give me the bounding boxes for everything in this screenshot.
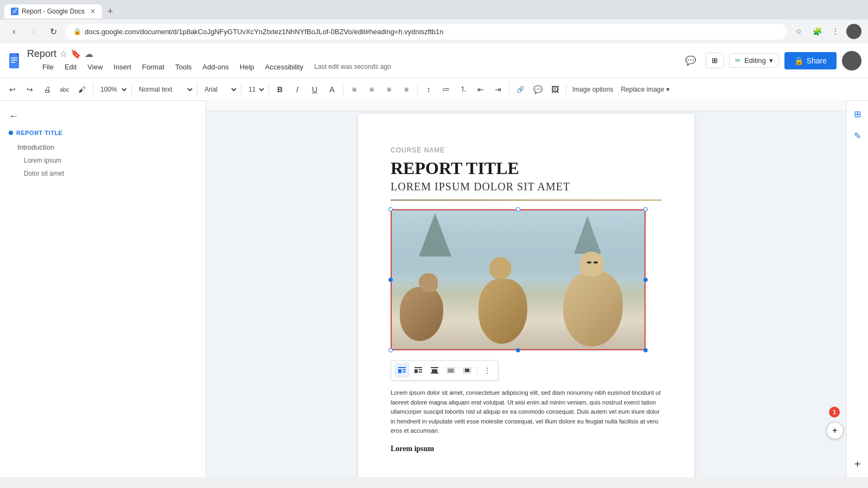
report-subtitle-text[interactable]: LOREM IPSUM DOLOR SIT AMET <box>391 181 662 193</box>
star-icon[interactable]: ☆ <box>60 49 67 59</box>
handle-left-center[interactable] <box>388 278 393 282</box>
lock-icon: 🔒 <box>73 28 81 35</box>
sidebar-report-title[interactable]: REPORT TITLE <box>0 125 206 140</box>
img-behind-text-button[interactable] <box>443 363 458 378</box>
menu-accessibility[interactable]: Accessibility <box>261 61 308 73</box>
img-more-options-button[interactable]: ⋮ <box>480 363 495 378</box>
img-inline-button[interactable] <box>394 363 410 378</box>
menu-insert[interactable]: Insert <box>109 61 136 73</box>
separator-2 <box>131 83 132 96</box>
image-container[interactable] <box>391 209 646 350</box>
handle-top-right[interactable] <box>643 207 648 211</box>
right-panel-icon-1[interactable]: ⊞ <box>849 105 866 123</box>
share-button[interactable]: 🔒 Share <box>784 52 837 69</box>
comment-button[interactable]: 💬 <box>681 51 700 70</box>
docs-logo <box>7 51 22 70</box>
separator-5 <box>269 83 269 96</box>
right-panel-add-button[interactable]: + <box>849 455 866 473</box>
undo-button[interactable]: ↩ <box>4 81 21 98</box>
insert-link-button[interactable]: 🔗 <box>512 81 528 98</box>
text-color-button[interactable]: A <box>324 81 340 98</box>
profile-avatar[interactable] <box>846 24 861 39</box>
document-title[interactable]: Report <box>27 48 56 60</box>
document-image[interactable] <box>391 209 646 350</box>
tab-title: Report - Google Docs <box>22 8 85 15</box>
layout-button[interactable]: ⊞ <box>706 53 724 68</box>
section-heading[interactable]: Lorem ipsum <box>391 445 662 453</box>
increase-indent-button[interactable]: ⇥ <box>490 81 506 98</box>
menu-format[interactable]: Format <box>138 61 169 73</box>
svg-rect-10 <box>403 369 406 370</box>
pencil-icon: ✏ <box>735 56 741 65</box>
menu-addons[interactable]: Add-ons <box>198 61 233 73</box>
right-panel-icon-2[interactable]: ✎ <box>849 127 866 144</box>
address-bar[interactable]: 🔒 docs.google.com/document/d/1p8akCoJgNF… <box>65 24 787 40</box>
course-name-text: COURSE NAME <box>391 146 662 154</box>
menu-edit[interactable]: Edit <box>60 61 81 73</box>
handle-right-center[interactable] <box>643 278 648 282</box>
svg-rect-9 <box>398 369 401 373</box>
handle-top-left[interactable] <box>388 207 393 211</box>
align-right-button[interactable]: ≡ <box>381 81 397 98</box>
handle-bottom-center[interactable] <box>516 348 520 352</box>
new-tab-button[interactable]: + <box>104 6 117 17</box>
zoom-selector[interactable]: 100% 75% 125% 150% <box>96 83 129 96</box>
sidebar-introduction[interactable]: Introduction <box>0 140 206 154</box>
handle-bottom-right[interactable] <box>643 348 648 352</box>
report-title-heading[interactable]: REPORT TITLE <box>391 158 662 178</box>
redo-button[interactable]: ↪ <box>22 81 38 98</box>
image-options-button[interactable]: Image options <box>569 81 616 98</box>
notification-badge: 1 <box>829 407 840 418</box>
right-panel-bottom: + <box>849 455 866 473</box>
sidebar-back-button[interactable]: ← <box>0 107 206 125</box>
line-spacing-button[interactable]: ↕ <box>420 81 437 98</box>
bold-button[interactable]: B <box>272 81 288 98</box>
menu-file[interactable]: File <box>38 61 58 73</box>
print-button[interactable]: 🖨 <box>39 81 55 98</box>
user-avatar[interactable] <box>842 51 861 70</box>
sidebar-dolor-sit-amet[interactable]: Dolor sit amet <box>0 167 206 180</box>
editing-status-button[interactable]: ✏ Editing ▾ <box>729 53 779 68</box>
cloud-icon[interactable]: ☁ <box>85 49 93 59</box>
paint-format-button[interactable]: 🖌 <box>74 81 90 98</box>
bookmark-doc-icon[interactable]: 🔖 <box>71 49 81 59</box>
extensions-icon[interactable]: 🧩 <box>809 24 825 39</box>
img-wrap-text-button[interactable] <box>411 363 426 378</box>
numbered-list-button[interactable]: ⒈ <box>455 81 471 98</box>
back-button[interactable]: ‹ <box>7 24 22 39</box>
separator-3 <box>197 83 197 96</box>
reload-button[interactable]: ↻ <box>46 24 61 39</box>
menu-tools[interactable]: Tools <box>171 61 196 73</box>
replace-image-button[interactable]: Replace image ▾ <box>617 81 672 98</box>
add-floating-button[interactable]: + <box>826 422 844 439</box>
font-selector[interactable]: Arial Georgia <box>200 83 238 96</box>
insert-comment-button[interactable]: 💬 <box>529 81 546 98</box>
bookmark-icon[interactable]: ☆ <box>791 24 806 39</box>
align-center-button[interactable]: ≡ <box>363 81 380 98</box>
insert-image-button[interactable]: 🖼 <box>547 81 563 98</box>
align-justify-button[interactable]: ≡ <box>398 81 414 98</box>
italic-button[interactable]: I <box>289 81 305 98</box>
body-paragraph[interactable]: Lorem ipsum dolor sit amet, consectetuer… <box>391 388 662 436</box>
img-infront-text-button[interactable] <box>459 363 475 378</box>
decrease-indent-button[interactable]: ⇤ <box>473 81 489 98</box>
svg-rect-20 <box>448 369 454 373</box>
spellcheck-button[interactable]: abc <box>56 81 73 98</box>
sidebar-lorem-ipsum[interactable]: Lorem ipsum <box>0 154 206 167</box>
menu-help[interactable]: Help <box>235 61 259 73</box>
align-left-button[interactable]: ≡ <box>346 81 362 98</box>
underline-button[interactable]: U <box>307 81 323 98</box>
svg-rect-1 <box>13 10 16 11</box>
active-tab[interactable]: Report - Google Docs ✕ <box>4 4 102 18</box>
forward-button[interactable]: › <box>26 24 41 39</box>
img-break-text-button[interactable] <box>427 363 442 378</box>
font-size-selector[interactable]: 11 12 14 18 <box>244 83 266 96</box>
main-layout: ← REPORT TITLE Introduction Lorem ipsum … <box>0 101 868 477</box>
paragraph-style-selector[interactable]: Normal text Heading 1 Heading 2 <box>135 83 194 96</box>
settings-icon[interactable]: ⋮ <box>828 24 843 39</box>
tab-close-button[interactable]: ✕ <box>90 8 95 15</box>
menu-view[interactable]: View <box>83 61 107 73</box>
handle-bottom-left[interactable] <box>388 348 393 352</box>
handle-top-center[interactable] <box>516 207 520 211</box>
bullet-list-button[interactable]: ≔ <box>438 81 454 98</box>
